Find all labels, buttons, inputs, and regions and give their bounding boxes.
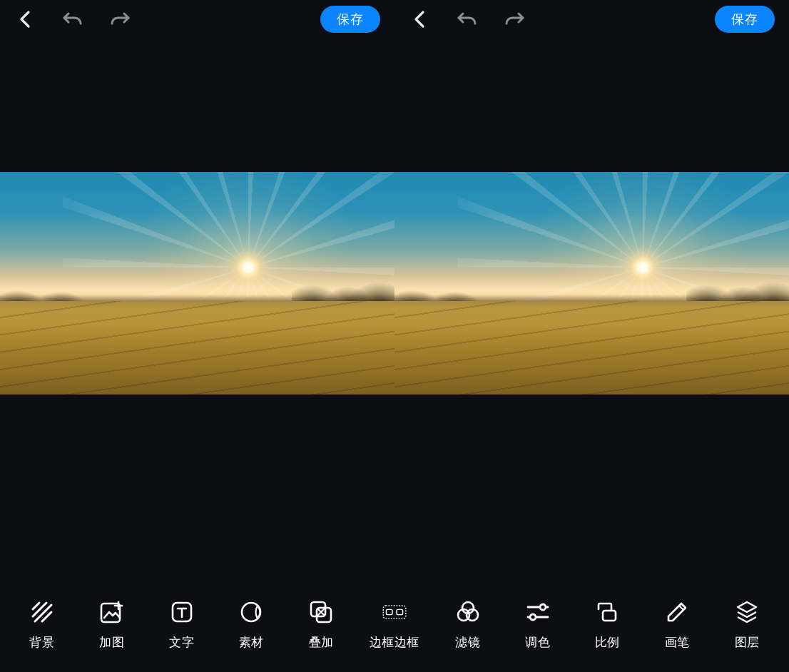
svg-point-11 bbox=[540, 604, 546, 610]
tool-label: 加图 bbox=[99, 634, 124, 651]
undo-icon bbox=[62, 11, 83, 28]
text-box-icon bbox=[170, 600, 194, 624]
pencil-icon bbox=[665, 600, 689, 624]
redo-button[interactable] bbox=[108, 8, 131, 31]
sliders-icon bbox=[526, 600, 550, 624]
undo-icon bbox=[457, 11, 478, 28]
svg-rect-13 bbox=[603, 611, 616, 621]
canvas-area[interactable] bbox=[394, 39, 789, 672]
bottom-toolbar: 背景 加图 文字 素材 bbox=[0, 586, 789, 672]
tool-label: 调色 bbox=[525, 634, 550, 651]
back-button[interactable] bbox=[409, 8, 432, 31]
tool-border[interactable]: 边框边框 bbox=[370, 600, 419, 651]
svg-point-12 bbox=[530, 614, 536, 620]
tool-label: 背景 bbox=[29, 634, 54, 651]
tool-label: 边框边框 bbox=[370, 634, 419, 651]
save-button[interactable]: 保存 bbox=[715, 6, 775, 33]
tool-label: 比例 bbox=[595, 634, 620, 651]
undo-button[interactable] bbox=[456, 8, 479, 31]
top-bar-left-group bbox=[14, 8, 131, 31]
aspect-ratio-icon bbox=[595, 600, 619, 624]
hatch-icon bbox=[30, 600, 54, 624]
image-field-lines bbox=[0, 301, 394, 394]
edited-image[interactable] bbox=[0, 172, 394, 394]
tool-overlay[interactable]: 叠加 bbox=[300, 600, 342, 651]
tool-background[interactable]: 背景 bbox=[21, 600, 63, 651]
tool-brush[interactable]: 画笔 bbox=[656, 600, 698, 651]
layers-icon bbox=[735, 600, 759, 624]
redo-icon bbox=[109, 11, 131, 28]
tool-add-image[interactable]: 加图 bbox=[91, 600, 133, 651]
tool-label: 素材 bbox=[239, 634, 264, 651]
redo-button[interactable] bbox=[503, 8, 526, 31]
border-dashed-icon bbox=[382, 600, 407, 624]
canvas-area[interactable] bbox=[0, 39, 394, 672]
svg-rect-6 bbox=[386, 609, 392, 614]
svg-point-2 bbox=[242, 603, 260, 621]
tool-label: 滤镜 bbox=[455, 634, 480, 651]
svg-rect-7 bbox=[397, 609, 403, 614]
top-bar-left-group bbox=[409, 8, 526, 31]
editor-pane-left: 保存 bbox=[0, 0, 394, 672]
tool-label: 文字 bbox=[169, 634, 194, 651]
image-field-lines bbox=[394, 301, 789, 394]
tool-label: 画笔 bbox=[665, 634, 690, 651]
leaf-sticker-icon bbox=[239, 600, 263, 624]
tool-sticker[interactable]: 素材 bbox=[230, 600, 273, 651]
filter-overlap-icon bbox=[456, 600, 480, 624]
image-plus-icon bbox=[100, 600, 124, 624]
chevron-left-icon bbox=[412, 10, 428, 29]
tool-ratio[interactable]: 比例 bbox=[586, 600, 628, 651]
save-button[interactable]: 保存 bbox=[320, 6, 380, 33]
top-bar: 保存 bbox=[394, 0, 789, 39]
undo-button[interactable] bbox=[61, 8, 84, 31]
top-bar: 保存 bbox=[0, 0, 394, 39]
image-sun bbox=[621, 246, 664, 289]
tool-filter[interactable]: 滤镜 bbox=[447, 600, 489, 651]
image-sun bbox=[227, 246, 270, 289]
overlay-icon bbox=[309, 600, 333, 624]
chevron-left-icon bbox=[18, 10, 34, 29]
editor-pane-right: 保存 bbox=[394, 0, 789, 672]
tool-layers[interactable]: 图层 bbox=[726, 600, 768, 651]
tool-adjust[interactable]: 调色 bbox=[516, 600, 559, 651]
redo-icon bbox=[504, 11, 525, 28]
tool-text[interactable]: 文字 bbox=[161, 600, 203, 651]
tool-label: 叠加 bbox=[309, 634, 334, 651]
edited-image[interactable] bbox=[394, 172, 789, 394]
back-button[interactable] bbox=[14, 8, 37, 31]
tool-label: 图层 bbox=[735, 634, 760, 651]
